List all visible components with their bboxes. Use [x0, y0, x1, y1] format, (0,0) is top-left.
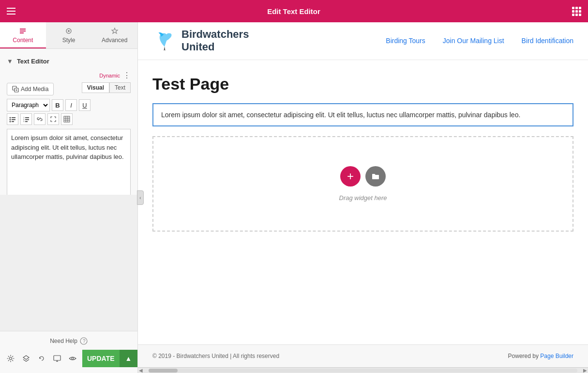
editor-toolbar: Dynamic ⋮ Add Media [0, 69, 137, 195]
right-content: Birdwatchers United Birding Tours Join O… [138, 22, 588, 373]
site-header: Birdwatchers United Birding Tours Join O… [138, 22, 588, 60]
visual-tab[interactable]: Visual [82, 82, 109, 93]
toolbar-top-row: Dynamic ⋮ [7, 72, 131, 79]
add-widget-button[interactable]: + [340, 166, 361, 186]
editor-textarea[interactable]: Lorem ipsum dolor sit amet, consectetur … [7, 129, 131, 195]
desktop-icon[interactable] [53, 355, 61, 362]
scrollbar-thumb[interactable] [149, 369, 178, 373]
footer-powered-by: Powered by [508, 353, 541, 359]
layers-icon[interactable] [22, 355, 30, 362]
svg-text:3.: 3. [23, 120, 25, 123]
fullscreen-button[interactable] [47, 113, 59, 125]
svg-point-13 [10, 121, 11, 123]
unordered-list-button[interactable] [7, 113, 18, 125]
options-dots-button[interactable]: ⋮ [123, 72, 131, 79]
top-bar-title: Edit Text Editor [267, 7, 320, 16]
fullscreen-icon [50, 116, 57, 123]
section-title: Text Editor [17, 58, 49, 65]
text-tab[interactable]: Text [109, 82, 131, 93]
svg-rect-0 [20, 29, 26, 30]
tab-content[interactable]: Content [0, 22, 46, 48]
logo-text: Birdwatchers United [181, 28, 249, 54]
tab-advanced-label: Advanced [102, 37, 127, 44]
svg-text:?: ? [83, 339, 86, 344]
scrollbar-track[interactable] [149, 369, 577, 373]
site-logo: Birdwatchers United [152, 28, 249, 54]
footer-left-text: © 2019 - Birdwatchers United | All right… [152, 353, 279, 359]
svg-point-28 [10, 357, 12, 360]
text-editor-section-header[interactable]: ▼ Text Editor [0, 54, 137, 69]
style-icon [65, 27, 73, 35]
unordered-list-icon [9, 116, 16, 123]
visual-text-tabs: Visual Text [82, 82, 131, 93]
advanced-icon [111, 27, 119, 35]
svg-point-33 [72, 357, 74, 359]
history-icon[interactable] [38, 355, 45, 362]
tab-advanced[interactable]: Advanced [91, 22, 137, 48]
update-bar: UPDATE ▲ [82, 350, 137, 367]
need-help-label: Need Help [50, 338, 77, 344]
preview-icon [69, 355, 76, 362]
table-icon [63, 116, 70, 123]
add-media-button[interactable]: Add Media [7, 83, 54, 95]
tab-style-label: Style [62, 37, 75, 44]
svg-rect-14 [12, 121, 14, 122]
chevron-down-icon: ▼ [7, 58, 13, 65]
link-button[interactable] [34, 113, 45, 125]
link-icon [36, 116, 43, 123]
italic-button[interactable]: I [65, 99, 77, 111]
footer-right: Powered by Page Builder [508, 353, 573, 359]
nav-bird-identification[interactable]: Bird Identification [522, 37, 573, 45]
panel-content: ▼ Text Editor Dynamic ⋮ [0, 49, 137, 195]
drop-zone-buttons: + [340, 166, 386, 186]
content-icon [19, 27, 27, 35]
tab-style[interactable]: Style [46, 22, 92, 48]
settings-icon[interactable] [7, 355, 15, 362]
table-button[interactable] [61, 113, 73, 125]
svg-rect-2 [20, 32, 24, 33]
svg-marker-29 [23, 356, 29, 359]
format-row-2: 1. 2. 3. [7, 113, 131, 125]
dynamic-label[interactable]: Dynamic [99, 73, 120, 78]
logo-line2: United [181, 41, 249, 53]
nav-mailing-list[interactable]: Join Our Mailing List [443, 37, 504, 45]
svg-point-11 [10, 119, 11, 121]
paragraph-select[interactable]: Paragraph [7, 99, 50, 111]
svg-rect-30 [54, 356, 60, 360]
history-icon [38, 355, 45, 362]
svg-rect-1 [20, 31, 26, 31]
nav-birding-tours[interactable]: Birding Tours [386, 37, 425, 45]
panel-tabs: Content Style Advanced [0, 22, 137, 49]
bottom-icons [6, 355, 77, 362]
top-bar: Edit Text Editor [0, 0, 588, 22]
text-widget: Lorem ipsum dolor sit amet, consectetur … [152, 103, 573, 126]
footer-page-builder-link[interactable]: Page Builder [540, 353, 573, 359]
left-panel: Content Style Advanced ▼ Text Edi [0, 22, 138, 373]
panel-footer: Need Help ? [0, 331, 137, 373]
update-button[interactable]: UPDATE [82, 350, 120, 367]
gear-icon [7, 355, 15, 362]
hamburger-menu[interactable] [7, 8, 15, 15]
update-dropdown-button[interactable]: ▲ [120, 350, 138, 367]
page-title: Test Page [152, 75, 573, 93]
drag-widget-text: Drag widget here [339, 194, 387, 202]
text-widget-content: Lorem ipsum dolor sit amet, consectetur … [161, 111, 565, 119]
underline-button[interactable]: U [79, 99, 90, 111]
svg-point-9 [10, 117, 11, 119]
scroll-left-arrow[interactable]: ◀ [138, 368, 144, 373]
grid-menu-icon[interactable] [572, 7, 581, 16]
eye-icon[interactable] [69, 355, 76, 362]
horizontal-scrollbar: ◀ ▶ [138, 367, 588, 373]
svg-rect-18 [25, 119, 29, 120]
scroll-right-arrow[interactable]: ▶ [582, 368, 588, 373]
svg-rect-12 [12, 119, 15, 120]
panel-collapse-handle[interactable]: ‹ [137, 190, 144, 205]
ordered-list-button[interactable]: 1. 2. 3. [20, 113, 32, 125]
svg-rect-20 [25, 121, 28, 122]
folder-widget-button[interactable] [365, 166, 386, 186]
site-nav: Birding Tours Join Our Mailing List Bird… [386, 37, 573, 45]
need-help[interactable]: Need Help ? [6, 337, 132, 345]
tab-content-label: Content [13, 37, 33, 44]
bold-button[interactable]: B [52, 99, 63, 111]
add-media-label: Add Media [21, 86, 48, 93]
